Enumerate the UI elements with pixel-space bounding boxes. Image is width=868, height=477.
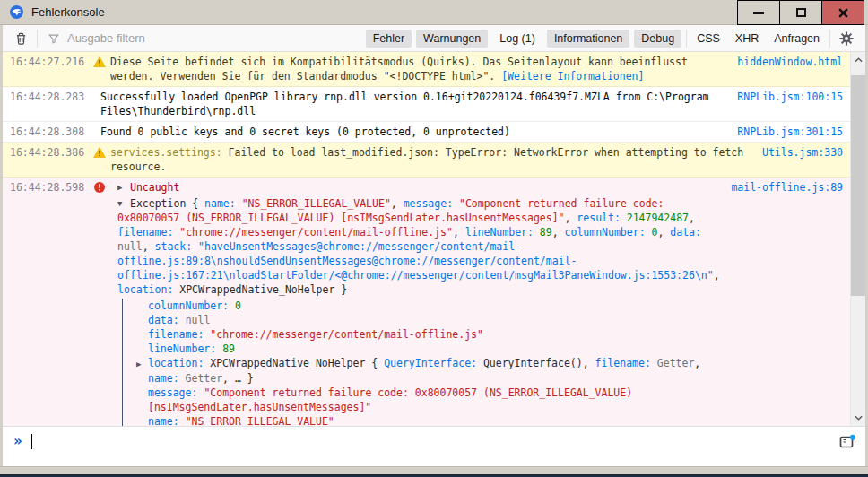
logger-prefix: services.settings: bbox=[110, 146, 222, 159]
vertical-scrollbar[interactable] bbox=[850, 52, 865, 426]
property-row-location: ▶location: XPCWrappedNative_NoHelper { Q… bbox=[148, 356, 724, 386]
log-message: Found 0 public keys and 0 secret keys (0… bbox=[100, 125, 737, 139]
timestamp: 16:44:27.216 bbox=[3, 55, 89, 69]
filter-requests-button[interactable]: Anfragen bbox=[768, 30, 825, 48]
scroll-up-button[interactable] bbox=[851, 52, 865, 68]
learn-more-link[interactable]: [Weitere Informationen] bbox=[501, 70, 644, 82]
window-title: Fehlerkonsole bbox=[31, 5, 105, 19]
thunderbird-icon bbox=[9, 4, 24, 20]
source-link[interactable]: Utils.jsm:330 bbox=[762, 145, 850, 160]
minimize-button[interactable] bbox=[737, 0, 780, 25]
warning-icon bbox=[93, 56, 106, 68]
console-settings-button[interactable] bbox=[835, 29, 858, 48]
clear-console-button[interactable] bbox=[10, 29, 32, 48]
filter-css-button[interactable]: CSS bbox=[691, 30, 725, 48]
console-toolbar: Fehler Warnungen Log (1) Informationen D… bbox=[3, 25, 865, 52]
open-editor-button[interactable] bbox=[838, 432, 858, 454]
filter-debug-button[interactable]: Debug bbox=[634, 30, 681, 48]
exception-preview: ▼Exception { name: "NS_ERROR_ILLEGAL_VAL… bbox=[110, 196, 724, 297]
toolbar-separator bbox=[829, 30, 830, 48]
chevron-down-icon bbox=[855, 415, 863, 421]
source-link[interactable]: hiddenWindow.html bbox=[737, 55, 850, 69]
source-link[interactable]: RNPLib.jsm:301:15 bbox=[737, 125, 850, 139]
error-title: ▶Uncaught bbox=[110, 180, 724, 195]
console-prompt-icon: » bbox=[13, 433, 22, 449]
toolbar-separator bbox=[686, 30, 687, 48]
trash-icon bbox=[14, 31, 28, 46]
source-link[interactable]: mail-offline.js:89 bbox=[731, 180, 850, 195]
log-entry-log: 16:44:28.308 Found 0 public keys and 0 s… bbox=[3, 122, 850, 143]
filter-info-button[interactable]: Informationen bbox=[547, 30, 629, 48]
filter-box bbox=[42, 30, 361, 46]
filter-output-input[interactable] bbox=[65, 30, 361, 46]
titlebar[interactable]: Fehlerkonsole bbox=[0, 0, 868, 25]
filter-xhr-button[interactable]: XHR bbox=[730, 30, 764, 48]
console-output: 16:44:27.216 Diese Seite befindet sich i… bbox=[3, 52, 865, 426]
log-message: Successfully loaded OpenPGP library rnp.… bbox=[100, 90, 737, 118]
exception-properties: columnNumber:0 data:null filename:"chrom… bbox=[122, 299, 724, 426]
maximize-button[interactable] bbox=[779, 0, 822, 25]
warning-icon bbox=[93, 146, 106, 159]
property-row: columnNumber:0 bbox=[148, 299, 724, 313]
chevron-up-icon bbox=[855, 57, 863, 63]
source-link[interactable]: RNPLib.jsm:100:15 bbox=[737, 90, 850, 104]
log-entry-warning: 16:44:28.386 services.settings: Failed t… bbox=[3, 143, 850, 178]
log-entry-error: 16:44:28.598 ▶Uncaught ▼Exception { name… bbox=[3, 178, 850, 426]
timestamp: 16:44:28.283 bbox=[3, 90, 89, 104]
filter-errors-button[interactable]: Fehler bbox=[366, 30, 412, 48]
twisty-collapsed-icon[interactable]: ▶ bbox=[117, 180, 130, 195]
maximize-icon bbox=[796, 8, 806, 17]
error-icon bbox=[93, 181, 106, 194]
window-bottom-border bbox=[0, 466, 868, 474]
close-icon bbox=[838, 8, 848, 18]
console-frame: Fehler Warnungen Log (1) Informationen D… bbox=[3, 25, 865, 466]
log-entry-log: 16:44:28.283 Successfully loaded OpenPGP… bbox=[3, 87, 850, 122]
filter-warnings-button[interactable]: Warnungen bbox=[416, 30, 488, 48]
toolbar-separator bbox=[37, 30, 38, 48]
twisty-expanded-icon[interactable]: ▼ bbox=[117, 196, 130, 211]
timestamp: 16:44:28.598 bbox=[3, 180, 89, 195]
property-row: name:"NS_ERROR_ILLEGAL_VALUE" bbox=[148, 414, 724, 426]
property-row: lineNumber:89 bbox=[148, 342, 724, 356]
log-message: Diese Seite befindet sich im Kompatibili… bbox=[110, 55, 737, 83]
close-button[interactable] bbox=[821, 0, 864, 25]
gear-icon bbox=[839, 31, 854, 46]
minimize-icon bbox=[753, 12, 764, 14]
filter-log-button[interactable]: Log (1) bbox=[492, 30, 542, 48]
command-input[interactable] bbox=[32, 433, 856, 460]
property-row: filename:"chrome://messenger/content/mai… bbox=[148, 327, 724, 342]
property-row: message:"Component returned failure code… bbox=[148, 386, 724, 414]
log-entry-warning: 16:44:27.216 Diese Seite befindet sich i… bbox=[3, 52, 850, 87]
timestamp: 16:44:28.308 bbox=[3, 125, 89, 139]
twisty-collapsed-icon[interactable]: ▶ bbox=[136, 357, 148, 371]
command-input-row: » bbox=[3, 426, 865, 466]
filter-funnel-icon bbox=[48, 32, 60, 45]
scrollbar-thumb[interactable] bbox=[851, 75, 865, 296]
scroll-down-button[interactable] bbox=[851, 410, 865, 426]
timestamp: 16:44:28.386 bbox=[3, 145, 89, 160]
log-message: services.settings: Failed to load last_m… bbox=[110, 145, 762, 174]
split-console-icon bbox=[839, 434, 856, 449]
error-message-block: ▶Uncaught ▼Exception { name: "NS_ERROR_I… bbox=[110, 180, 731, 426]
property-row: data:null bbox=[148, 313, 724, 327]
window-controls bbox=[738, 0, 864, 25]
